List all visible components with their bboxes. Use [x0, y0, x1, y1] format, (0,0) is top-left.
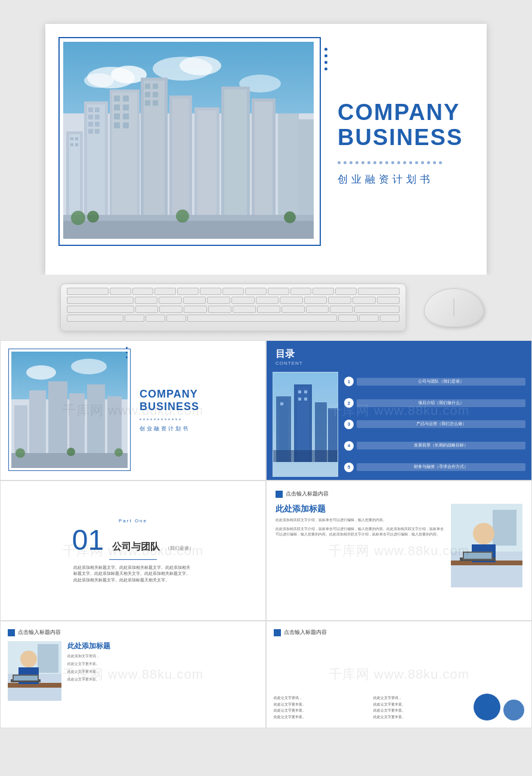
bottom-desc-5b: 此处让文字更丰富。: [67, 661, 258, 667]
svg-point-55: [87, 211, 99, 223]
svg-point-89: [473, 523, 494, 544]
bottom-add-title-5: 此处添加标题: [67, 641, 258, 651]
bottom-desc-5d: 此处让文字更丰富。: [67, 677, 258, 682]
bottom-header-text-5: 点击输入标题内容: [18, 629, 61, 636]
svg-rect-96: [38, 644, 58, 673]
svg-rect-81: [298, 390, 301, 393]
team-content: Part One 01 公司与团队 （我们是谁） 此处添加相关标题文字。此处添加…: [13, 518, 253, 583]
bottom-photo-5: [8, 641, 61, 701]
svg-point-59: [26, 365, 56, 380]
svg-rect-18: [88, 115, 93, 119]
toc-num-1: 1: [344, 377, 354, 386]
svg-rect-12: [70, 143, 73, 146]
svg-rect-84: [304, 398, 307, 401]
content-add-title: 此处添加标题: [276, 504, 445, 515]
svg-rect-38: [145, 92, 150, 97]
toc-content-area: 1 公司与团队（我们是谁） 2 项目介绍（我们做什么） 3 产品与运营（我们怎么…: [267, 369, 531, 480]
content-photo: [451, 504, 522, 587]
slides-grid: COMPANY BUSINESS 创业融资计划书 千库网 www.88ku.co…: [0, 340, 532, 740]
toc-title-en: CONTENT: [276, 361, 522, 366]
thumb-subtitle-cn: 创业融资计划书: [140, 425, 259, 433]
svg-rect-36: [145, 84, 150, 89]
svg-rect-82: [298, 398, 301, 401]
content-header-bar: 点击输入标题内容: [276, 490, 522, 498]
svg-rect-39: [153, 92, 158, 97]
keyboard-image: [60, 284, 406, 331]
bottom-header-bar-6: 点击输入标题内容: [274, 629, 524, 636]
bottom-desc-5c: 此处让文字更丰富。: [67, 669, 258, 675]
toc-item-2: 2 项目介绍（我们做什么）: [344, 398, 525, 408]
toc-header: 目录 CONTENT: [267, 341, 531, 369]
svg-rect-23: [95, 129, 100, 134]
toc-building-img: [273, 372, 338, 477]
slide-right-panel: COMPANY BUSINESS 创业融资计划书: [320, 24, 487, 263]
slide-thumb-1[interactable]: COMPANY BUSINESS 创业融资计划书 千库网 www.88ku.co…: [0, 340, 266, 481]
team-num: 01: [72, 526, 104, 555]
svg-rect-26: [114, 96, 120, 101]
svg-rect-17: [95, 107, 100, 112]
svg-point-98: [20, 651, 37, 667]
svg-rect-11: [75, 137, 78, 140]
team-title-cn: 公司与团队: [112, 541, 160, 553]
content-header-text: 点击输入标题内容: [286, 490, 329, 498]
slide-thumb-4[interactable]: 点击输入标题内容 此处添加标题 此处添加相关联文字介绍，鼠标单击可以进行编辑，输…: [266, 481, 532, 621]
team-title-row: 01 公司与团队 （我们是谁）: [13, 526, 253, 555]
toc-num-3: 3: [344, 420, 354, 429]
svg-point-60: [71, 359, 107, 374]
team-part-label: Part One: [13, 518, 253, 524]
toc-item-3: 3 产品与运营（我们怎么做）: [344, 420, 525, 429]
bottom-text-col-2: 此处让文字资讯， 此处让文字更丰富。 此处让文字更丰富。 此处让文字更丰富。: [373, 695, 468, 720]
text-line-1d: 此处让文字更丰富。: [274, 714, 369, 720]
slide-thumb-3[interactable]: Part One 01 公司与团队 （我们是谁） 此处添加相关标题文字。此处添加…: [0, 481, 266, 621]
svg-point-70: [67, 448, 75, 456]
business-label: BUSINESS: [338, 125, 475, 150]
svg-rect-19: [95, 115, 100, 119]
slide-thumb-6[interactable]: 点击输入标题内容 此处让文字资讯， 此处让文字更丰富。 此处让文字更丰富。 此处…: [266, 621, 532, 728]
svg-rect-31: [123, 113, 129, 119]
svg-rect-53: [63, 221, 314, 239]
bottom-content-5: 点击输入标题内容 此: [1, 621, 265, 728]
thumb-cover-right: COMPANY BUSINESS 创业融资计划书: [131, 341, 265, 480]
toc-num-2: 2: [344, 398, 354, 408]
svg-rect-10: [70, 137, 73, 140]
toc-label-5: 财务与融资（寻求合作方式）: [357, 463, 525, 471]
svg-point-71: [115, 448, 123, 457]
text-line-1a: 此处让文字资讯，: [274, 695, 369, 701]
subtitle-cn: 创业融资计划书: [338, 173, 475, 186]
toc-label-2: 项目介绍（我们做什么）: [357, 399, 525, 407]
blue-square-icon-6: [274, 629, 281, 636]
company-label: COMPANY: [338, 100, 475, 125]
blue-circle-accent-2: [503, 700, 524, 720]
toc-item-1: 1 公司与团队（我们是谁）: [344, 377, 525, 386]
text-line-1b: 此处让文字更丰富。: [274, 701, 369, 708]
mouse-image: [424, 288, 484, 327]
thumb-city-img: [11, 352, 128, 468]
text-line-2c: 此处让文字更丰富。: [373, 707, 468, 714]
bottom-text-col-1: 此处让文字资讯， 此处让文字更丰富。 此处让文字更丰富。 此处让文字更丰富。: [274, 695, 369, 720]
svg-rect-80: [280, 402, 283, 405]
text-line-2a: 此处让文字资讯，: [373, 695, 468, 701]
team-text-block: 此处添加相关标题文字。此处添加相关标题文字。此处添加相关标题文字。此处添加标题天…: [73, 565, 193, 583]
toc-label-3: 产品与运营（我们怎么做）: [357, 420, 525, 428]
team-title-small: （我们是谁）: [165, 545, 194, 552]
content-body: 此处添加标题 此处添加相关联文字介绍，鼠标单击可以进行编辑，输入您要的内容。 此…: [276, 504, 522, 611]
svg-rect-83: [304, 390, 307, 393]
toc-list: 1 公司与团队（我们是谁） 2 项目介绍（我们做什么） 3 产品与运营（我们怎么…: [344, 372, 525, 477]
svg-point-69: [16, 448, 25, 458]
svg-rect-37: [153, 84, 158, 89]
dots-row: [338, 161, 475, 164]
text-line-2d: 此处让文字更丰富。: [373, 714, 468, 720]
svg-rect-102: [14, 676, 38, 680]
svg-rect-41: [153, 100, 158, 106]
team-divider: [109, 559, 157, 560]
content-desc-2: 此处添加相关联文字介绍，鼠标单击可以进行编辑，输入您要的内容。此处添加相关联文字…: [276, 526, 445, 538]
content-desc-1: 此处添加相关联文字介绍，鼠标单击可以进行编辑，输入您要的内容。: [276, 518, 445, 524]
slide-thumb-2[interactable]: 目录 CONTENT: [266, 340, 532, 481]
bottom-body-5: 此处添加标题 此处添加文字资讯， 此处让文字更丰富。 此处让文字更丰富。 此处让…: [8, 641, 258, 720]
bottom-text-cols: 此处让文字资讯， 此处让文字更丰富。 此处让文字更丰富。 此处让文字更丰富。 此…: [274, 695, 468, 720]
svg-point-56: [176, 210, 189, 223]
toc-title-cn: 目录: [276, 348, 522, 361]
keyboard-area: [0, 275, 532, 340]
vertical-dots: [324, 48, 327, 70]
slide-thumb-5[interactable]: 点击输入标题内容 此: [0, 621, 266, 728]
